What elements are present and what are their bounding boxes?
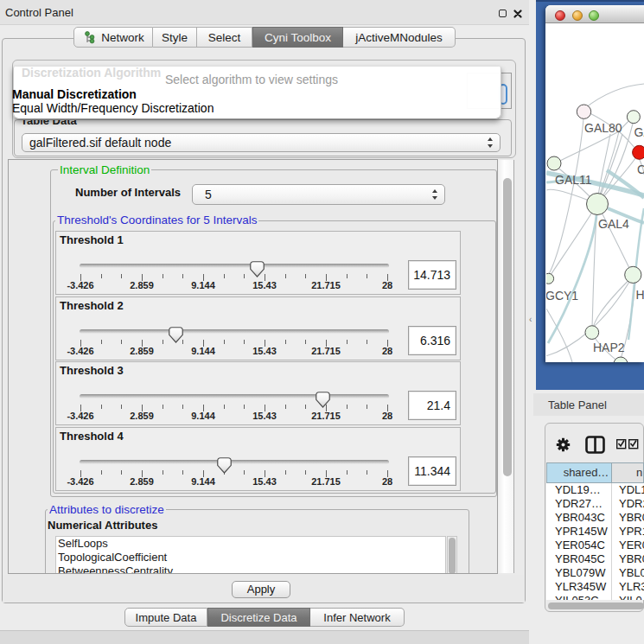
svg-text:C: C <box>637 163 644 176</box>
svg-text:GA: GA <box>634 125 644 139</box>
svg-text:HAP2: HAP2 <box>593 341 625 354</box>
svg-text:GAL4: GAL4 <box>598 217 629 231</box>
svg-text:HIS: HIS <box>636 288 644 302</box>
svg-text:GAL11: GAL11 <box>555 173 592 187</box>
svg-text:GCY1: GCY1 <box>546 289 578 303</box>
svg-text:GAL80: GAL80 <box>584 121 622 135</box>
